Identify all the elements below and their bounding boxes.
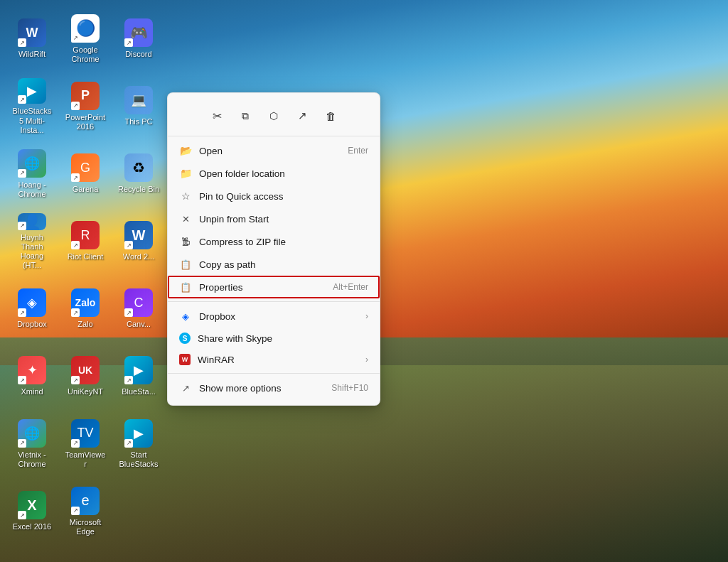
recycle-icon: ♻ bbox=[124, 153, 153, 182]
show-more-icon: ↗ bbox=[179, 382, 192, 394]
desktop-icon-wildrift[interactable]: W ↗ WildRift bbox=[7, 7, 57, 71]
desktop-icon-garena[interactable]: G ↗ Garena bbox=[60, 142, 110, 206]
desktop-icon-recycle[interactable]: ♻ Recycle Bin bbox=[114, 142, 164, 206]
menu-separator-1 bbox=[168, 301, 380, 302]
desktop-icon-thispc[interactable]: 💻 This PC bbox=[114, 75, 164, 139]
paste-shortcut-button[interactable]: ⬡ bbox=[261, 103, 287, 129]
garena-icon: G ↗ bbox=[71, 153, 100, 182]
chrome-icon: 🔵 ↗ bbox=[71, 14, 100, 43]
shortcut-arrow: ↗ bbox=[124, 439, 133, 448]
show-more-label: Show more options bbox=[199, 383, 324, 394]
skype-icon: S bbox=[179, 333, 191, 344]
desktop-icon-excel[interactable]: X ↗ Excel 2016 bbox=[7, 480, 57, 544]
share-button[interactable]: ↗ bbox=[289, 103, 315, 129]
garena-label: Garena bbox=[73, 185, 99, 194]
menu-item-winrar[interactable]: W WinRAR › bbox=[168, 349, 380, 370]
delete-button[interactable]: 🗑 bbox=[318, 103, 343, 129]
xmind-icon: ✦ ↗ bbox=[18, 356, 46, 384]
thispc-icon: 💻 bbox=[124, 86, 153, 114]
cut-button[interactable]: ✂ bbox=[204, 103, 230, 129]
riot-label: Riot Client bbox=[68, 252, 104, 261]
zalo-label: Zalo bbox=[77, 320, 92, 329]
hoang-label: Hoang - Chrome bbox=[11, 180, 53, 199]
dropbox-arrow-icon: › bbox=[365, 311, 368, 321]
shortcut-arrow: ↗ bbox=[124, 38, 133, 47]
wildrift-icon: W ↗ bbox=[18, 18, 46, 47]
desktop-icon-discord[interactable]: 🎮 ↗ Discord bbox=[114, 7, 164, 71]
menu-item-show-more[interactable]: ↗ Show more options Shift+F10 bbox=[168, 377, 380, 399]
desktop-icon-hoang[interactable]: 🌐 ↗ Hoang - Chrome bbox=[7, 142, 57, 206]
compress-zip-label: Compress to ZIP file bbox=[199, 237, 368, 247]
dropbox-menu-label: Dropbox bbox=[199, 311, 358, 322]
desktop-icon-canva[interactable]: C ↗ Canv... bbox=[114, 277, 164, 341]
cut-icon: ✂ bbox=[213, 109, 222, 123]
menu-item-compress-zip[interactable]: 🗜 Compress to ZIP file bbox=[168, 230, 380, 253]
edge-icon: e ↗ bbox=[71, 487, 100, 515]
shortcut-arrow: ↗ bbox=[124, 241, 133, 249]
dropbox-icon: ◈ ↗ bbox=[18, 288, 46, 317]
teamviewer-label: TeamViewer bbox=[64, 450, 107, 469]
edge-label: Microsoft Edge bbox=[64, 518, 107, 536]
recycle-label: Recycle Bin bbox=[118, 185, 159, 194]
shortcut-arrow: ↗ bbox=[18, 511, 26, 519]
open-shortcut: Enter bbox=[348, 146, 368, 156]
startblue-label: Start BlueStacks bbox=[117, 450, 160, 469]
vietnix-icon: 🌐 ↗ bbox=[18, 419, 46, 448]
shortcut-arrow: ↗ bbox=[71, 308, 80, 317]
properties-label: Properties bbox=[199, 282, 326, 293]
wildrift-label: WildRift bbox=[18, 50, 46, 59]
desktop-icon-word[interactable]: W ↗ Word 2... bbox=[114, 210, 164, 274]
menu-item-open-folder[interactable]: 📁 Open folder location bbox=[168, 162, 380, 185]
desktop-icon-huynh[interactable]: 👤 ↗ Huynh Thanh Hoang (HT... bbox=[7, 210, 57, 274]
xmind-label: Xmind bbox=[21, 387, 43, 396]
desktop-icon-bluestacks[interactable]: ▶ ↗ BlueStacks 5 Multi-Insta... bbox=[7, 75, 57, 139]
unikeynt-label: UniKeyNT bbox=[68, 387, 103, 396]
shortcut-arrow: ↗ bbox=[71, 439, 80, 448]
winrar-icon: W bbox=[179, 354, 191, 365]
shortcut-arrow: ↗ bbox=[71, 376, 80, 384]
menu-item-properties[interactable]: 📋 Properties Alt+Enter bbox=[168, 276, 380, 298]
desktop-icon-unikeynt[interactable]: UK ↗ UniKeyNT bbox=[60, 345, 110, 409]
excel-icon: X ↗ bbox=[18, 491, 46, 519]
menu-item-pin-quick[interactable]: ☆ Pin to Quick access bbox=[168, 185, 380, 207]
menu-item-dropbox[interactable]: ◈ Dropbox › bbox=[168, 305, 380, 328]
share-icon: ↗ bbox=[298, 109, 307, 122]
shortcut-arrow: ↗ bbox=[18, 95, 26, 104]
unpin-icon: ✕ bbox=[179, 212, 192, 225]
desktop-icon-startblue[interactable]: ▶ ↗ Start BlueStacks bbox=[114, 412, 164, 476]
menu-item-open[interactable]: 📂 Open Enter bbox=[168, 139, 380, 162]
compress-icon: 🗜 bbox=[179, 235, 192, 248]
thispc-label: This PC bbox=[124, 117, 152, 126]
winrar-label: WinRAR bbox=[198, 355, 358, 365]
menu-item-copy-path[interactable]: 📋 Copy as path bbox=[168, 253, 380, 276]
menu-item-unpin-start[interactable]: ✕ Unpin from Start bbox=[168, 207, 380, 230]
desktop-icon-powerpoint[interactable]: P ↗ PowerPoint 2016 bbox=[60, 75, 110, 139]
desktop-icon-riot[interactable]: R ↗ Riot Client bbox=[60, 210, 110, 274]
menu-item-share-skype[interactable]: S Share with Skype bbox=[168, 328, 380, 349]
desktop-icon-edge[interactable]: e ↗ Microsoft Edge bbox=[60, 480, 110, 544]
startblue-icon: ▶ ↗ bbox=[124, 419, 153, 448]
menu-separator-2 bbox=[168, 373, 380, 374]
winrar-arrow-icon: › bbox=[365, 355, 368, 364]
shortcut-arrow: ↗ bbox=[71, 102, 80, 110]
open-folder-icon: 📂 bbox=[179, 144, 192, 157]
desktop-icon-vietnix[interactable]: 🌐 ↗ Vietnix - Chrome bbox=[7, 412, 57, 476]
bluestacks-label: BlueStacks 5 Multi-Insta... bbox=[11, 107, 53, 135]
shortcut-arrow: ↗ bbox=[124, 376, 133, 384]
copy-icon: ⧉ bbox=[242, 110, 249, 122]
desktop-icon-zalo[interactable]: Zalo ↗ Zalo bbox=[60, 277, 110, 341]
desktop-icon-teamviewer[interactable]: TV ↗ TeamViewer bbox=[60, 412, 110, 476]
copy-path-label: Copy as path bbox=[199, 259, 368, 270]
riot-icon: R ↗ bbox=[71, 221, 100, 249]
desktop-icon-xmind[interactable]: ✦ ↗ Xmind bbox=[7, 345, 57, 409]
desktop-icon-bluestacks2[interactable]: ▶ ↗ BlueSta... bbox=[114, 345, 164, 409]
shortcut-arrow: ↗ bbox=[18, 376, 26, 384]
word-label: Word 2... bbox=[123, 252, 154, 261]
shortcut-arrow: ↗ bbox=[18, 222, 26, 230]
copy-button[interactable]: ⧉ bbox=[232, 103, 258, 129]
desktop-icon-chrome[interactable]: 🔵 ↗ Google Chrome bbox=[60, 7, 110, 71]
desktop-icon-dropbox[interactable]: ◈ ↗ Dropbox bbox=[7, 277, 57, 341]
shortcut-arrow: ↗ bbox=[71, 241, 80, 249]
folder-icon: 📁 bbox=[179, 167, 192, 180]
show-more-shortcut: Shift+F10 bbox=[331, 383, 368, 393]
